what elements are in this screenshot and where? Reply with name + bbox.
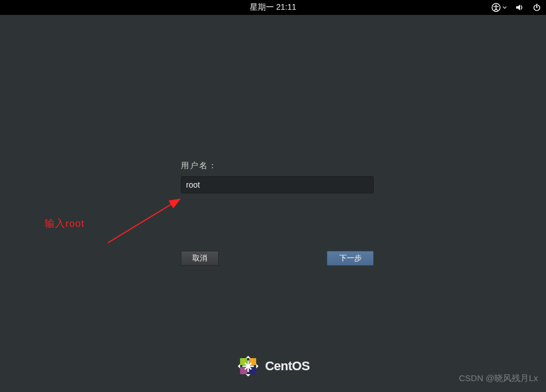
power-icon[interactable] [532,3,541,12]
username-label: 用户名： [181,161,374,171]
cancel-button[interactable]: 取消 [181,251,219,266]
volume-icon[interactable] [515,3,524,12]
annotation-arrow [105,192,185,247]
username-input[interactable] [181,176,374,193]
accessibility-menu[interactable] [491,3,507,12]
branding: CentOS [237,355,310,378]
chevron-down-icon [502,5,507,10]
branding-text: CentOS [265,359,310,374]
datetime-label: 星期一 21:11 [250,2,296,13]
annotation-text: 输入root [45,217,84,230]
svg-rect-15 [247,360,249,372]
svg-line-7 [108,199,180,243]
top-bar: 星期一 21:11 [0,0,546,15]
next-button[interactable]: 下一步 [327,251,374,266]
centos-logo-icon [237,355,260,378]
login-form: 用户名： 取消 下一步 [181,161,374,266]
watermark: CSDN @晓风残月Lx [459,373,538,384]
topbar-right-group [491,0,541,15]
svg-point-1 [495,5,497,6]
button-row: 取消 下一步 [181,251,374,266]
accessibility-icon [491,3,501,12]
